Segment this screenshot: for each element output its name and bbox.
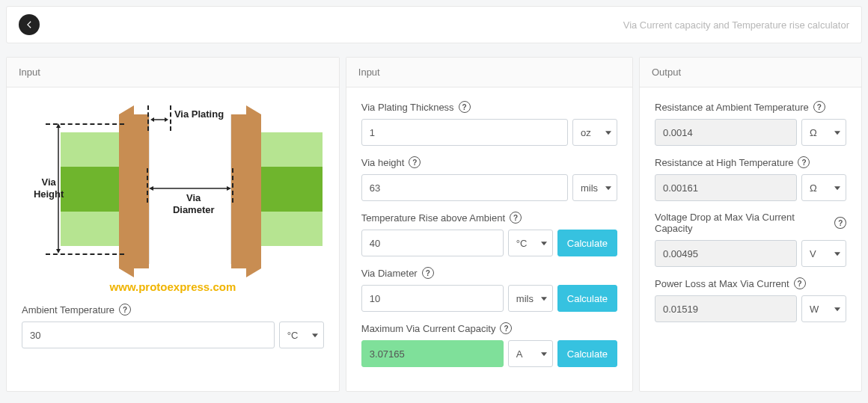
via-height-input[interactable] [361,174,568,201]
svg-marker-4 [56,123,61,128]
page-title: Via Current capacity and Temperature ris… [623,19,849,31]
resistance-high-unit[interactable]: Ω [801,174,846,201]
help-icon[interactable]: ? [422,267,434,279]
via-height-label: Via height [361,157,405,168]
help-icon[interactable]: ? [834,217,846,229]
voltage-drop-output [655,240,797,267]
temp-rise-unit[interactable]: °C [508,230,553,256]
via-diameter-label: Via Diameter [361,268,418,279]
arrow-left-icon [24,19,34,30]
help-icon[interactable]: ? [119,304,131,316]
ambient-temp-input[interactable] [22,322,275,348]
help-icon[interactable]: ? [794,277,806,289]
header: Via Current capacity and Temperature ris… [6,6,862,43]
resistance-ambient-label: Resistance at Ambient Temperature [655,102,809,113]
ambient-temp-label: Ambient Temperature [22,304,114,316]
resistance-high-output [655,174,797,201]
svg-marker-8 [227,186,231,191]
svg-marker-7 [149,186,153,191]
brand-url: www.protoexpress.com [23,280,323,293]
svg-marker-5 [56,249,61,253]
resistance-high-label: Resistance at High Temperature [655,157,793,168]
resistance-ambient-output [655,119,797,146]
resistance-ambient-unit[interactable]: Ω [801,119,846,146]
voltage-drop-label: Voltage Drop at Max Via Current Capacity [655,212,830,234]
power-loss-output [655,295,797,322]
svg-marker-1 [150,117,154,122]
via-diagram: Via Plating ViaHeight ViaDiameter www.pr… [23,105,323,293]
panel-head-mid: Input [346,58,632,87]
via-diameter-unit[interactable]: mils [508,285,553,312]
diagram-plating-label: Via Plating [174,108,224,120]
calculate-button-max[interactable]: Calculate [557,340,617,367]
power-loss-label: Power Loss at Max Via Current [655,278,789,289]
max-current-input[interactable] [361,340,504,367]
panel-input-mid: Input Via Plating Thickness ? oz Via hei… [346,57,633,392]
plating-thickness-input[interactable] [361,119,568,146]
panel-head-left: Input [7,58,339,87]
help-icon[interactable]: ? [409,156,421,168]
temp-rise-label: Temperature Rise above Ambient [361,212,505,224]
help-icon[interactable]: ? [813,101,825,113]
diagram-diameter-label: ViaDiameter [173,192,215,215]
via-diameter-input[interactable] [361,285,504,312]
via-height-unit[interactable]: mils [572,174,617,201]
panel-input-left: Input Via Plating ViaHeight [6,57,340,392]
back-button[interactable] [19,14,40,35]
calculate-button-rise[interactable]: Calculate [557,230,617,256]
max-current-label: Maximum Via Current Capacity [361,323,496,334]
power-loss-unit[interactable]: W [801,295,846,322]
svg-marker-2 [165,117,168,122]
help-icon[interactable]: ? [510,212,522,224]
plating-thickness-label: Via Plating Thickness [361,102,454,113]
ambient-temp-unit[interactable]: °C [279,322,324,348]
help-icon[interactable]: ? [500,322,512,334]
panel-head-right: Output [640,58,861,87]
help-icon[interactable]: ? [798,156,810,168]
voltage-drop-unit[interactable]: V [801,240,846,267]
help-icon[interactable]: ? [459,101,471,113]
temp-rise-input[interactable] [361,230,504,256]
diagram-height-label: ViaHeight [34,176,64,200]
calculate-button-diameter[interactable]: Calculate [557,285,617,312]
max-current-unit[interactable]: A [508,340,553,367]
panel-output: Output Resistance at Ambient Temperature… [639,57,862,392]
plating-thickness-unit[interactable]: oz [572,119,617,146]
